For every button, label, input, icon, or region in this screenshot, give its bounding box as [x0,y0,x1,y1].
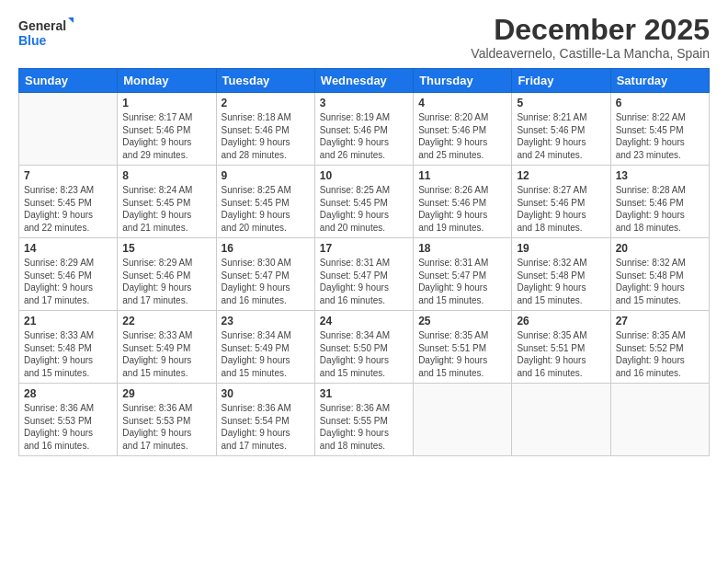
day-number: 24 [320,315,408,327]
table-row: 26Sunrise: 8:35 AMSunset: 5:51 PMDayligh… [512,311,610,384]
day-number: 12 [517,169,605,182]
day-info: Sunrise: 8:18 AMSunset: 5:46 PMDaylight:… [222,111,310,161]
table-row: 15Sunrise: 8:29 AMSunset: 5:46 PMDayligh… [118,238,216,311]
day-number: 26 [517,315,605,327]
day-info: Sunrise: 8:36 AMSunset: 5:54 PMDaylight:… [222,402,310,452]
day-info: Sunrise: 8:36 AMSunset: 5:53 PMDaylight:… [122,402,210,452]
day-number: 15 [122,242,210,255]
col-wednesday: Wednesday [314,69,413,93]
day-number: 29 [122,387,210,400]
day-info: Sunrise: 8:34 AMSunset: 5:50 PMDaylight:… [320,329,408,379]
day-info: Sunrise: 8:36 AMSunset: 5:55 PMDaylight:… [320,402,408,452]
day-number: 22 [122,315,210,327]
table-row: 20Sunrise: 8:32 AMSunset: 5:48 PMDayligh… [610,238,709,311]
table-row: 29Sunrise: 8:36 AMSunset: 5:53 PMDayligh… [118,384,216,456]
col-monday: Monday [118,69,216,93]
table-row: 8Sunrise: 8:24 AMSunset: 5:45 PMDaylight… [118,166,216,238]
day-info: Sunrise: 8:31 AMSunset: 5:47 PMDaylight:… [320,257,408,306]
col-saturday: Saturday [610,69,709,93]
day-info: Sunrise: 8:35 AMSunset: 5:52 PMDaylight:… [616,329,704,379]
col-friday: Friday [512,69,610,93]
calendar-week-row: 21Sunrise: 8:33 AMSunset: 5:48 PMDayligh… [19,311,710,384]
calendar-week-row: 28Sunrise: 8:36 AMSunset: 5:53 PMDayligh… [19,384,710,456]
day-number: 7 [24,169,112,182]
table-row: 21Sunrise: 8:33 AMSunset: 5:48 PMDayligh… [19,311,118,384]
table-row: 14Sunrise: 8:29 AMSunset: 5:46 PMDayligh… [19,238,118,311]
day-info: Sunrise: 8:29 AMSunset: 5:46 PMDaylight:… [24,257,112,306]
table-row: 31Sunrise: 8:36 AMSunset: 5:55 PMDayligh… [314,384,413,456]
svg-text:General: General [18,18,66,33]
day-number: 9 [222,169,310,182]
table-row: 4Sunrise: 8:20 AMSunset: 5:46 PMDaylight… [414,93,512,166]
table-row: 24Sunrise: 8:34 AMSunset: 5:50 PMDayligh… [314,311,413,384]
day-info: Sunrise: 8:34 AMSunset: 5:49 PMDaylight:… [222,329,310,379]
day-number: 8 [122,169,210,182]
day-number: 6 [616,97,704,109]
calendar-week-row: 1Sunrise: 8:17 AMSunset: 5:46 PMDaylight… [19,93,710,166]
day-info: Sunrise: 8:21 AMSunset: 5:46 PMDaylight:… [517,111,605,161]
calendar-header-row: Sunday Monday Tuesday Wednesday Thursday… [19,69,710,93]
day-info: Sunrise: 8:33 AMSunset: 5:48 PMDaylight:… [24,329,112,379]
table-row: 25Sunrise: 8:35 AMSunset: 5:51 PMDayligh… [414,311,512,384]
table-row [512,384,610,456]
day-info: Sunrise: 8:36 AMSunset: 5:53 PMDaylight:… [24,402,112,452]
day-number: 25 [418,315,506,327]
table-row: 27Sunrise: 8:35 AMSunset: 5:52 PMDayligh… [610,311,709,384]
day-number: 2 [222,97,310,109]
day-number: 13 [616,169,704,182]
svg-marker-2 [68,17,74,23]
svg-text:Blue: Blue [18,33,47,48]
day-info: Sunrise: 8:29 AMSunset: 5:46 PMDaylight:… [122,257,210,306]
table-row: 7Sunrise: 8:23 AMSunset: 5:45 PMDaylight… [19,166,118,238]
day-info: Sunrise: 8:32 AMSunset: 5:48 PMDaylight:… [517,257,605,306]
day-number: 28 [24,387,112,400]
header: General Blue December 2025 Valdeavernelo… [18,14,710,61]
table-row [610,384,709,456]
table-row: 2Sunrise: 8:18 AMSunset: 5:46 PMDaylight… [216,93,314,166]
table-row: 28Sunrise: 8:36 AMSunset: 5:53 PMDayligh… [19,384,118,456]
table-row: 22Sunrise: 8:33 AMSunset: 5:49 PMDayligh… [118,311,216,384]
location-title: Valdeavernelo, Castille-La Mancha, Spain [471,46,710,61]
table-row: 9Sunrise: 8:25 AMSunset: 5:45 PMDaylight… [216,166,314,238]
day-number: 30 [222,387,310,400]
day-number: 4 [418,97,506,109]
day-info: Sunrise: 8:31 AMSunset: 5:47 PMDaylight:… [418,257,506,306]
table-row: 23Sunrise: 8:34 AMSunset: 5:49 PMDayligh… [216,311,314,384]
day-info: Sunrise: 8:25 AMSunset: 5:45 PMDaylight:… [320,184,408,234]
calendar-week-row: 14Sunrise: 8:29 AMSunset: 5:46 PMDayligh… [19,238,710,311]
table-row: 6Sunrise: 8:22 AMSunset: 5:45 PMDaylight… [610,93,709,166]
col-thursday: Thursday [414,69,512,93]
day-number: 17 [320,242,408,255]
col-tuesday: Tuesday [216,69,314,93]
table-row: 11Sunrise: 8:26 AMSunset: 5:46 PMDayligh… [414,166,512,238]
day-number: 14 [24,242,112,255]
table-row: 18Sunrise: 8:31 AMSunset: 5:47 PMDayligh… [414,238,512,311]
day-info: Sunrise: 8:35 AMSunset: 5:51 PMDaylight:… [418,329,506,379]
month-title: December 2025 [471,14,710,46]
page: General Blue December 2025 Valdeavernelo… [0,0,728,563]
day-number: 18 [418,242,506,255]
table-row: 10Sunrise: 8:25 AMSunset: 5:45 PMDayligh… [314,166,413,238]
day-number: 27 [616,315,704,327]
calendar-table: Sunday Monday Tuesday Wednesday Thursday… [18,68,710,456]
day-info: Sunrise: 8:30 AMSunset: 5:47 PMDaylight:… [222,257,310,306]
table-row: 19Sunrise: 8:32 AMSunset: 5:48 PMDayligh… [512,238,610,311]
table-row [414,384,512,456]
day-info: Sunrise: 8:19 AMSunset: 5:46 PMDaylight:… [320,111,408,161]
day-number: 23 [222,315,310,327]
day-info: Sunrise: 8:25 AMSunset: 5:45 PMDaylight:… [222,184,310,234]
day-number: 16 [222,242,310,255]
table-row: 16Sunrise: 8:30 AMSunset: 5:47 PMDayligh… [216,238,314,311]
table-row: 12Sunrise: 8:27 AMSunset: 5:46 PMDayligh… [512,166,610,238]
day-number: 20 [616,242,704,255]
day-number: 5 [517,97,605,109]
table-row: 30Sunrise: 8:36 AMSunset: 5:54 PMDayligh… [216,384,314,456]
day-info: Sunrise: 8:27 AMSunset: 5:46 PMDaylight:… [517,184,605,234]
day-number: 19 [517,242,605,255]
day-info: Sunrise: 8:35 AMSunset: 5:51 PMDaylight:… [517,329,605,379]
day-info: Sunrise: 8:17 AMSunset: 5:46 PMDaylight:… [122,111,210,161]
calendar-week-row: 7Sunrise: 8:23 AMSunset: 5:45 PMDaylight… [19,166,710,238]
table-row: 3Sunrise: 8:19 AMSunset: 5:46 PMDaylight… [314,93,413,166]
title-block: December 2025 Valdeavernelo, Castille-La… [471,14,710,61]
day-info: Sunrise: 8:24 AMSunset: 5:45 PMDaylight:… [122,184,210,234]
